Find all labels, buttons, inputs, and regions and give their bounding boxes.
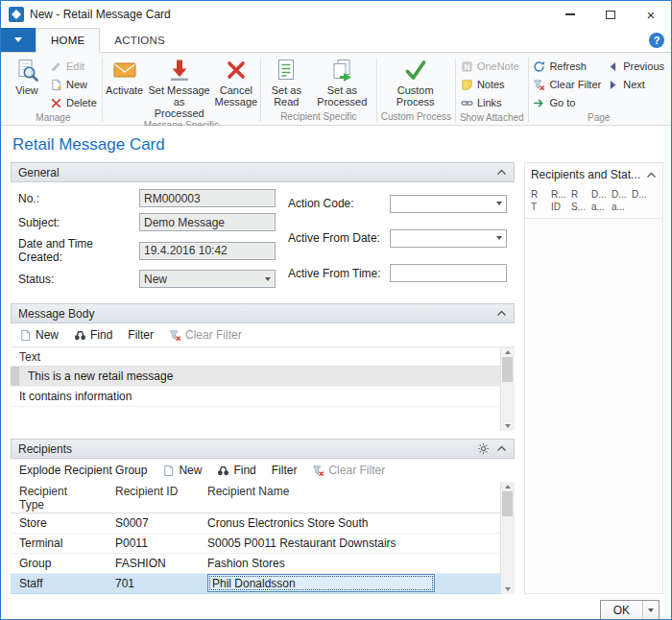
clear-filter-icon xyxy=(533,79,545,91)
scroll-down-icon[interactable] xyxy=(505,424,511,428)
refresh-button[interactable]: Refresh xyxy=(530,58,604,75)
mb-row[interactable]: It contains information xyxy=(11,387,500,407)
explode-recipient-group-label: Explode Recipient Group xyxy=(19,464,147,477)
recipient-row[interactable]: Group FASHION Fashion Stores xyxy=(11,554,500,574)
scroll-down-icon[interactable] xyxy=(505,587,511,591)
go-to-button[interactable]: Go to xyxy=(530,94,604,111)
col-recipient-name[interactable]: Recipient Name xyxy=(207,485,500,498)
mb-new-button[interactable]: New xyxy=(19,328,59,342)
subject-value: Demo Message xyxy=(144,216,225,229)
recipients-scrollbar[interactable] xyxy=(500,482,515,594)
clear-filter-button[interactable]: Clear Filter xyxy=(530,76,604,93)
factbox-title: Recipients and Stat... xyxy=(531,168,640,181)
set-message-processed-button[interactable]: Set Message as Processed xyxy=(145,55,214,119)
mb-row-selected[interactable]: This is a new retail message xyxy=(11,367,500,387)
notes-button[interactable]: Notes xyxy=(458,76,522,93)
recipient-type-cell[interactable]: Store xyxy=(19,516,115,530)
rc-find-button[interactable]: Find xyxy=(217,464,255,477)
ok-button[interactable]: OK xyxy=(600,600,660,619)
general-header[interactable]: General xyxy=(11,162,515,182)
action-code-select[interactable] xyxy=(390,195,507,213)
factbox-header[interactable]: Recipients and Stat... xyxy=(525,163,662,185)
recipient-name-cell[interactable]: Cronus Electronics Store South xyxy=(207,516,500,530)
rc-new-button[interactable]: New xyxy=(162,464,202,477)
custom-process-button[interactable]: Custom Process xyxy=(379,55,452,107)
clear-filter-icon xyxy=(169,329,181,342)
collapse-chevron-icon[interactable] xyxy=(496,310,507,317)
recipient-row[interactable]: Store S0007 Cronus Electronics Store Sou… xyxy=(11,513,500,534)
recipient-row[interactable]: Terminal P0011 S0005 P0011 Restaurant Do… xyxy=(11,534,500,554)
recipient-type-cell[interactable]: Group xyxy=(19,557,115,570)
cancel-x-icon xyxy=(224,58,249,83)
new-button[interactable]: New xyxy=(47,76,100,93)
recipient-name-cell-focused[interactable]: Phil Donaldsson xyxy=(207,574,435,592)
tab-actions[interactable]: ACTIONS xyxy=(100,28,180,52)
links-button[interactable]: Links xyxy=(458,94,522,111)
cancel-message-button[interactable]: Cancel Message xyxy=(214,55,258,107)
section-message-body: Message Body New Find Filter xyxy=(11,303,515,431)
previous-button[interactable]: Previous xyxy=(604,58,667,75)
ribbon-group-recipient-specific: Set as Read Set as Processed Recipient S… xyxy=(261,55,376,125)
help-button[interactable]: ? xyxy=(642,28,671,52)
collapse-chevron-icon[interactable] xyxy=(496,445,507,452)
maximize-button[interactable] xyxy=(590,1,631,28)
collapse-chevron-icon[interactable] xyxy=(496,169,507,176)
mb-column-header-text[interactable]: Text xyxy=(11,347,500,367)
recipient-type-cell[interactable]: Terminal xyxy=(19,537,115,550)
recipient-id-cell[interactable]: P0011 xyxy=(115,537,207,550)
recipient-id-cell[interactable]: S0007 xyxy=(115,516,207,530)
gear-icon[interactable] xyxy=(477,442,490,455)
next-button[interactable]: Next xyxy=(604,76,667,93)
mb-scrollbar[interactable] xyxy=(500,347,515,431)
recipient-id-cell[interactable]: 701 xyxy=(115,577,207,590)
set-message-processed-label: Set Message as Processed xyxy=(148,84,211,119)
titlebar[interactable]: New - Retail Message Card × xyxy=(1,1,671,28)
rc-filter-button[interactable]: Filter xyxy=(272,464,298,477)
scroll-thumb[interactable] xyxy=(502,357,513,382)
collapse-chevron-icon[interactable] xyxy=(646,172,657,179)
chevron-down-icon xyxy=(496,202,502,205)
tab-home[interactable]: HOME xyxy=(36,28,100,53)
col-recipient-id[interactable]: Recipient ID xyxy=(115,485,207,498)
active-from-date-select[interactable] xyxy=(390,229,507,248)
recipient-id-cell[interactable]: FASHION xyxy=(115,557,207,570)
go-to-arrow-icon xyxy=(533,97,545,109)
minimize-button[interactable] xyxy=(550,1,590,28)
mb-find-button[interactable]: Find xyxy=(74,328,112,342)
recipient-name-cell[interactable]: S0005 P0011 Restaurant Downstairs xyxy=(207,537,500,550)
view-button[interactable]: View xyxy=(7,55,47,96)
set-as-processed-label: Set as Processed xyxy=(313,84,372,107)
section-recipients: Recipients Explode Recipient Group New xyxy=(11,439,515,594)
set-as-read-button[interactable]: Set as Read xyxy=(263,55,310,107)
recipient-type-cell[interactable]: Staff xyxy=(19,577,115,590)
scroll-thumb[interactable] xyxy=(502,491,513,516)
close-button[interactable]: × xyxy=(631,1,671,28)
refresh-icon xyxy=(533,60,545,73)
scroll-up-icon[interactable] xyxy=(505,485,511,489)
col-recipient-type[interactable]: Recipient Type xyxy=(19,485,79,513)
created-label: Date and Time Created: xyxy=(18,237,135,264)
factbox-column: RT xyxy=(531,188,546,213)
new-button-label: New xyxy=(66,79,87,90)
activate-envelope-icon xyxy=(112,58,137,83)
ok-dropdown-button[interactable] xyxy=(642,601,659,619)
activate-button[interactable]: Activate xyxy=(105,55,145,96)
ribbon-group-show-attached: N OneNote Notes Links Show Attached xyxy=(456,55,528,125)
message-body-header[interactable]: Message Body xyxy=(11,303,515,323)
delete-button[interactable]: Delete xyxy=(47,94,100,111)
recipient-row-selected[interactable]: Staff 701 Phil Donaldsson xyxy=(11,574,500,594)
recipients-header[interactable]: Recipients xyxy=(11,439,515,459)
message-body-table: Text This is a new retail message It con… xyxy=(11,346,515,431)
rc-clear-filter-label: Clear Filter xyxy=(328,464,385,477)
section-general: General No.: RM000003 Subject: Demo Mess… xyxy=(11,162,515,296)
recipient-name-cell[interactable]: Fashion Stores xyxy=(207,557,500,570)
set-as-processed-button[interactable]: Set as Processed xyxy=(310,55,374,107)
tab-home-label: HOME xyxy=(51,35,84,46)
mb-filter-button[interactable]: Filter xyxy=(128,328,154,342)
recipients-toolbar: Explode Recipient Group New Find Filter xyxy=(11,459,515,482)
status-select[interactable]: New xyxy=(139,270,276,288)
app-menu-button[interactable] xyxy=(1,28,36,52)
explode-recipient-group-button[interactable]: Explode Recipient Group xyxy=(19,464,147,477)
active-from-time-field[interactable] xyxy=(390,264,507,282)
scroll-up-icon[interactable] xyxy=(505,350,511,354)
